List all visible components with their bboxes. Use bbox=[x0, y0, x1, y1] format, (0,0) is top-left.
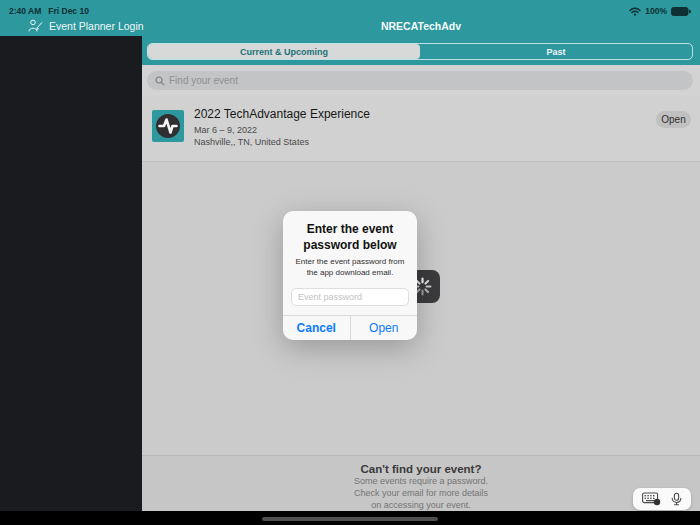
search-input[interactable]: Find your event bbox=[147, 71, 693, 90]
footer-line: Some events require a password. bbox=[142, 475, 700, 487]
event-details: 2022 TechAdvantage Experience Mar 6 – 9,… bbox=[194, 107, 370, 148]
event-dates: Mar 6 – 9, 2022 bbox=[194, 124, 370, 136]
header: 2:40 AM Fri Dec 10 100% bbox=[0, 0, 700, 36]
dialog-title: Enter the event password below bbox=[299, 222, 401, 253]
open-button[interactable]: Open bbox=[351, 316, 418, 340]
wifi-icon bbox=[629, 7, 641, 16]
event-location: Nashville,, TN, United States bbox=[194, 136, 370, 148]
dialog-message: Enter the event password from the app do… bbox=[290, 257, 410, 279]
password-dialog: Enter the event password below Enter the… bbox=[283, 211, 417, 340]
microphone-icon[interactable] bbox=[671, 492, 682, 506]
status-indicators: 100% bbox=[629, 4, 691, 16]
event-list-item[interactable]: 2022 TechAdvantage Experience Mar 6 – 9,… bbox=[142, 97, 700, 162]
cancel-button[interactable]: Cancel bbox=[283, 316, 351, 340]
event-password-field[interactable] bbox=[291, 288, 409, 306]
status-date: Fri Dec 10 bbox=[48, 6, 89, 16]
status-time-date: 2:40 AM Fri Dec 10 bbox=[9, 4, 89, 16]
keyboard-accessory-bar bbox=[633, 488, 691, 510]
segment-strip: Current & Upcoming Past bbox=[142, 36, 700, 65]
person-edit-icon bbox=[28, 19, 43, 32]
home-indicator[interactable] bbox=[262, 517, 438, 522]
list-background bbox=[142, 162, 700, 455]
app-screen: 2:40 AM Fri Dec 10 100% bbox=[0, 0, 700, 525]
dialog-buttons: Cancel Open bbox=[283, 315, 417, 340]
footer-title: Can't find your event? bbox=[142, 463, 700, 475]
help-footer: Can't find your event? Some events requi… bbox=[142, 455, 700, 511]
page-title: NRECATechAdv bbox=[142, 20, 700, 32]
event-logo-icon bbox=[152, 110, 184, 142]
tab-past[interactable]: Past bbox=[420, 44, 692, 59]
event-planner-login-button[interactable]: Event Planner Login bbox=[28, 19, 144, 32]
login-button-label: Event Planner Login bbox=[49, 20, 144, 32]
nav-bar: Event Planner Login NRECATechAdv bbox=[0, 20, 700, 36]
bottom-bar bbox=[0, 511, 700, 525]
search-placeholder: Find your event bbox=[169, 75, 238, 86]
battery-percent: 100% bbox=[645, 6, 667, 16]
sidebar-panel bbox=[0, 36, 142, 511]
status-time: 2:40 AM bbox=[9, 6, 41, 16]
search-strip: Find your event bbox=[142, 65, 700, 97]
tab-current-upcoming[interactable]: Current & Upcoming bbox=[148, 44, 420, 59]
event-open-button[interactable]: Open bbox=[656, 111, 691, 128]
status-bar: 2:40 AM Fri Dec 10 100% bbox=[0, 0, 700, 20]
footer-line: on accessing your event. bbox=[142, 499, 700, 511]
battery-icon bbox=[671, 7, 691, 16]
event-title: 2022 TechAdvantage Experience bbox=[194, 107, 370, 121]
footer-line: Check your email for more details bbox=[142, 487, 700, 499]
search-icon bbox=[155, 76, 165, 86]
event-filter-segmented-control: Current & Upcoming Past bbox=[147, 43, 693, 60]
keyboard-dismiss-icon[interactable] bbox=[642, 492, 661, 506]
